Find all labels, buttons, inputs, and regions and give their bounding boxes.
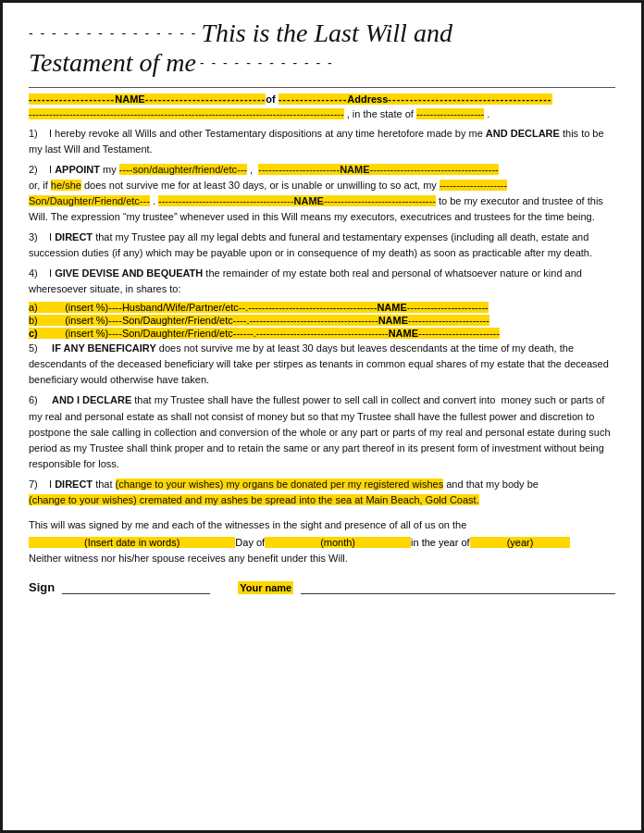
s6-spacer xyxy=(41,394,49,405)
your-name-label: Your name xyxy=(238,581,293,594)
section-1: 1) I hereby revoke all Wills and other T… xyxy=(29,126,615,157)
year-text: in the year of xyxy=(411,537,470,548)
s7-bold: DIRECT xyxy=(55,479,93,490)
name-prefix-dashes: -------------------- xyxy=(29,93,115,105)
item-a-row: a) (insert %)----Husband/Wife/Partner/et… xyxy=(29,302,615,313)
s2-name-dashes: ------------------------NAME------------… xyxy=(258,164,499,175)
s2-comma: , xyxy=(250,164,255,175)
s2-number: 2) xyxy=(29,164,38,175)
s6-rest: that my Trustee shall have the fullest p… xyxy=(29,394,611,468)
signing-intro: This will was signed by me and each of t… xyxy=(29,517,615,533)
name-mid-dashes: ---------------------------- xyxy=(145,93,266,105)
state-period: . xyxy=(487,108,489,119)
year-blank2 xyxy=(533,537,570,548)
s2-name2-dashes: ----------------------------------------… xyxy=(158,195,436,206)
year-blank xyxy=(470,537,507,548)
s5-number: 5) xyxy=(29,342,38,354)
s2-bold: APPOINT xyxy=(55,164,100,175)
item-b-content: (insert %)----Son/Daughter/Friend/etc---… xyxy=(56,315,249,326)
section-5: 5) IF ANY BENEFICAIRY does not survive m… xyxy=(29,341,615,388)
item-b-name: --------------------------------------NA… xyxy=(249,315,489,326)
s5-bold: IF ANY BENEFICAIRY xyxy=(52,342,156,354)
sign-label: Sign xyxy=(29,580,55,594)
name-label: NAME xyxy=(115,93,144,105)
day-text: Day of xyxy=(235,537,265,548)
s7-spacer: I xyxy=(41,479,55,490)
insert-date2 xyxy=(180,537,235,548)
s2-appoint-hi: ----son/daughter/friend/etc--- xyxy=(119,164,247,175)
title-text-2: Testament of me xyxy=(29,48,196,78)
document-page: - - - - - - - - - - - - - - - This is th… xyxy=(0,0,644,833)
s2-text1: I xyxy=(41,164,55,175)
s4-number: 4) xyxy=(29,267,38,279)
s7-text3: and that my body be xyxy=(446,479,539,490)
signing-text: This will was signed by me and each of t… xyxy=(29,519,466,530)
s3-rest: that my Trustee pay all my legal debts a… xyxy=(29,231,592,258)
item-b-row: b) (insert %)----Son/Daughter/Friend/etc… xyxy=(29,315,615,326)
s1-text1: I hereby revoke all Wills and other Test… xyxy=(41,128,486,139)
divider-top xyxy=(29,87,615,88)
s2-text4: does not survive me for at least 30 days… xyxy=(84,180,440,191)
s4-text: I xyxy=(41,267,55,279)
s3-bold: DIRECT xyxy=(55,231,93,242)
item-c-row: c) (insert %)----Son/Daughter/Friend/etc… xyxy=(29,328,615,339)
s7-text2: that xyxy=(95,479,115,490)
s2-heshe: he/she xyxy=(51,180,81,191)
section-7: 7) I DIRECT that (change to your wishes)… xyxy=(29,477,615,508)
s2-or-text: or, if xyxy=(29,180,51,191)
witness-text: Neither witness nor his/her spouse recei… xyxy=(29,553,348,564)
item-c-name: ---------------------------------------N… xyxy=(256,328,500,339)
item-b-label: b) xyxy=(29,315,56,326)
s2-text2: my xyxy=(103,164,119,175)
s6-number: 6) xyxy=(29,394,38,405)
s6-bold: AND I DECLARE xyxy=(52,394,131,405)
insert-date-label: (Insert date in words) xyxy=(84,537,180,548)
item-c-content: (insert %)----Son/Daughter/Friend/etc---… xyxy=(56,328,256,339)
section-2: 2) I APPOINT my ----son/daughter/friend/… xyxy=(29,162,615,225)
sign-line-2 xyxy=(301,579,615,594)
item-c-label: c) xyxy=(29,328,56,339)
s7-hi1: (change to your wishes) my organs be don… xyxy=(116,479,444,490)
s4-bold: GIVE DEVISE AND BEQUEATH xyxy=(55,267,203,279)
date-row: (Insert date in words) Day of (month) in… xyxy=(29,537,615,548)
s7-hi2: (change to your wishes) cremated and my … xyxy=(29,494,479,505)
s1-bold: AND DECLARE xyxy=(486,128,560,139)
addr-prefix-dashes: ---------------- xyxy=(279,93,348,105)
s1-number: 1) xyxy=(29,128,38,139)
item-a-name: --------------------------------------NA… xyxy=(248,302,489,313)
witness-note: Neither witness nor his/her spouse recei… xyxy=(29,551,615,566)
item-a-label: a) xyxy=(29,302,56,313)
month-label: (month) xyxy=(320,537,355,548)
state-fill-dashes: -------------------- xyxy=(416,108,484,119)
section-3: 3) I DIRECT that my Trustee pay all my l… xyxy=(29,230,615,261)
insert-date xyxy=(29,537,84,548)
section-4: 4) I GIVE DEVISE AND BEQUEATH the remain… xyxy=(29,266,615,297)
title-dashes-before: - - - - - - - - - - - - - - - xyxy=(29,27,197,41)
s7-number: 7) xyxy=(29,479,38,490)
s5-spacer xyxy=(41,342,49,354)
month-blank2 xyxy=(355,537,411,548)
s2-dot: . xyxy=(153,195,155,206)
sign-line-1 xyxy=(62,579,210,594)
state-line: ----------------------------------------… xyxy=(29,106,615,122)
month-blank xyxy=(265,537,320,548)
state-dashes: ----------------------------------------… xyxy=(29,108,344,119)
addr-end-dashes: -------------------------------------- xyxy=(388,93,551,105)
name-address-line: -------------------- NAME --------------… xyxy=(29,93,615,105)
title-line1: - - - - - - - - - - - - - - - This is th… xyxy=(29,19,615,48)
title-dashes-after: - - - - - - - - - - - - xyxy=(200,56,334,70)
address-label: Address xyxy=(347,93,388,105)
state-text: , in the state of xyxy=(347,108,416,119)
item-a-content: (insert %)----Husband/Wife/Partner/etc--… xyxy=(56,302,248,313)
s3-number: 3) xyxy=(29,231,38,242)
s3-text: I xyxy=(41,231,55,242)
section-6: 6) AND I DECLARE that my Trustee shall h… xyxy=(29,392,615,471)
year-label: (year) xyxy=(507,537,534,548)
sign-row: Sign Your name xyxy=(29,579,615,594)
title-line2: Testament of me - - - - - - - - - - - - xyxy=(29,48,615,78)
title-text-1: This is the Last Will and xyxy=(201,19,452,48)
of-text: of xyxy=(266,93,278,105)
